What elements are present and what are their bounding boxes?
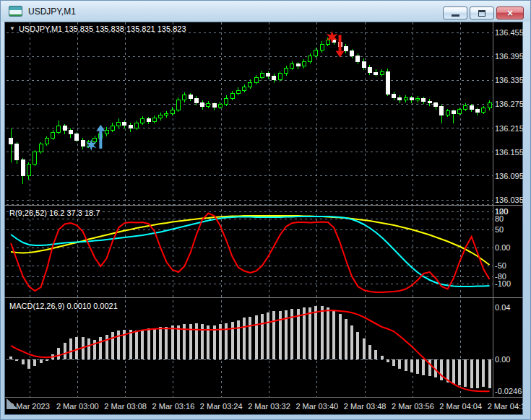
svg-text:0.00: 0.00: [495, 243, 510, 252]
window-title: USDJPY,M1: [28, 6, 76, 17]
minimize-icon: [452, 14, 459, 17]
svg-text:2 Mar 03:32: 2 Mar 03:32: [248, 402, 290, 411]
svg-text:-0.0246: -0.0246: [495, 387, 522, 395]
svg-text:136.035: 136.035: [495, 196, 523, 204]
candle[interactable]: [386, 69, 389, 96]
svg-text:2 Mar 03:24: 2 Mar 03:24: [200, 402, 243, 411]
svg-text:2 Mar 03:16: 2 Mar 03:16: [152, 402, 195, 411]
svg-text:136.455: 136.455: [495, 28, 523, 37]
svg-text:50: 50: [495, 225, 504, 234]
window-controls: ×: [443, 6, 524, 19]
r-indicator-label: R(9,26,52) 16.2 37.3 18.7: [9, 209, 100, 217]
dropdown-icon[interactable]: ▼: [9, 25, 15, 32]
chart-window-icon[interactable]: [9, 6, 22, 17]
close-icon: ×: [507, 8, 513, 18]
chart-client-area: 136.455136.395136.335136.275136.215136.1…: [4, 22, 523, 415]
candle[interactable]: [39, 142, 43, 154]
restore-icon: [478, 10, 485, 17]
svg-text:2 Mar 04:12: 2 Mar 04:12: [488, 402, 523, 411]
svg-text:2 Mar 03:48: 2 Mar 03:48: [344, 402, 387, 411]
symbol-ohlc-label: ▼ USDJPY,M1 135.835 135.838 135.821 135.…: [9, 25, 186, 33]
svg-text:136.095: 136.095: [495, 172, 523, 180]
application-window: USDJPY,M1 × 136.455136.395136.335136.275…: [0, 0, 531, 420]
title-bar[interactable]: USDJPY,M1 ×: [1, 1, 531, 22]
macd-indicator-label: MACD(12,26,9) 0.0010 0.0021: [9, 302, 118, 310]
svg-text:2 Mar 03:08: 2 Mar 03:08: [104, 402, 147, 411]
svg-text:136.155: 136.155: [495, 148, 523, 157]
svg-text:136.215: 136.215: [495, 124, 523, 133]
svg-text:2 Mar 03:56: 2 Mar 03:56: [392, 402, 434, 411]
restore-button[interactable]: [470, 6, 494, 19]
svg-text:80: 80: [495, 214, 504, 223]
svg-text:-50: -50: [495, 261, 506, 270]
candle[interactable]: [33, 150, 37, 166]
svg-text:2 Mar 03:00: 2 Mar 03:00: [56, 402, 99, 411]
main-price-pane[interactable]: [7, 22, 493, 205]
minimize-button[interactable]: [443, 6, 467, 19]
svg-text:2 Mar 2023: 2 Mar 2023: [9, 402, 50, 411]
svg-text:136.335: 136.335: [495, 76, 523, 84]
ohlc-text: USDJPY,M1 135.835 135.838 135.821 135.82…: [19, 25, 186, 33]
svg-text:-100: -100: [495, 279, 511, 288]
svg-text:136.395: 136.395: [495, 52, 523, 61]
svg-text:136.275: 136.275: [495, 100, 523, 108]
svg-text:0.00: 0.00: [495, 355, 510, 364]
svg-text:2 Mar 03:40: 2 Mar 03:40: [295, 402, 338, 411]
svg-text:2 Mar 04:04: 2 Mar 04:04: [439, 402, 482, 411]
chart-canvas[interactable]: 136.455136.395136.335136.275136.215136.1…: [4, 22, 523, 415]
close-button[interactable]: ×: [496, 6, 524, 19]
svg-text:0.04: 0.04: [495, 303, 510, 312]
